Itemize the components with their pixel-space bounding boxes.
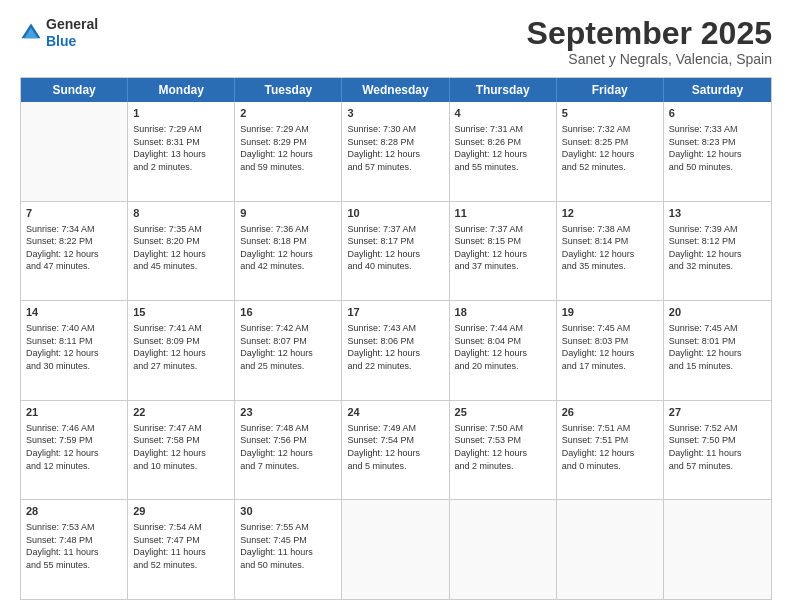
day-cell-5: 5Sunrise: 7:32 AM Sunset: 8:25 PM Daylig… bbox=[557, 102, 664, 201]
day-info: Sunrise: 7:36 AM Sunset: 8:18 PM Dayligh… bbox=[240, 223, 336, 273]
day-info: Sunrise: 7:45 AM Sunset: 8:01 PM Dayligh… bbox=[669, 322, 766, 372]
day-number: 17 bbox=[347, 305, 443, 320]
header-day-thursday: Thursday bbox=[450, 78, 557, 102]
day-number: 27 bbox=[669, 405, 766, 420]
day-number: 12 bbox=[562, 206, 658, 221]
page: General Blue September 2025 Sanet y Negr… bbox=[0, 0, 792, 612]
day-number: 9 bbox=[240, 206, 336, 221]
day-info: Sunrise: 7:42 AM Sunset: 8:07 PM Dayligh… bbox=[240, 322, 336, 372]
day-info: Sunrise: 7:49 AM Sunset: 7:54 PM Dayligh… bbox=[347, 422, 443, 472]
logo-icon bbox=[20, 22, 42, 44]
header-day-saturday: Saturday bbox=[664, 78, 771, 102]
day-number: 7 bbox=[26, 206, 122, 221]
day-cell-15: 15Sunrise: 7:41 AM Sunset: 8:09 PM Dayli… bbox=[128, 301, 235, 400]
day-number: 21 bbox=[26, 405, 122, 420]
day-info: Sunrise: 7:32 AM Sunset: 8:25 PM Dayligh… bbox=[562, 123, 658, 173]
day-cell-18: 18Sunrise: 7:44 AM Sunset: 8:04 PM Dayli… bbox=[450, 301, 557, 400]
day-number: 1 bbox=[133, 106, 229, 121]
week-row-5: 28Sunrise: 7:53 AM Sunset: 7:48 PM Dayli… bbox=[21, 500, 771, 599]
day-cell-16: 16Sunrise: 7:42 AM Sunset: 8:07 PM Dayli… bbox=[235, 301, 342, 400]
day-number: 22 bbox=[133, 405, 229, 420]
day-cell-empty-4-5 bbox=[557, 500, 664, 599]
day-info: Sunrise: 7:38 AM Sunset: 8:14 PM Dayligh… bbox=[562, 223, 658, 273]
day-number: 28 bbox=[26, 504, 122, 519]
day-cell-3: 3Sunrise: 7:30 AM Sunset: 8:28 PM Daylig… bbox=[342, 102, 449, 201]
day-info: Sunrise: 7:40 AM Sunset: 8:11 PM Dayligh… bbox=[26, 322, 122, 372]
day-number: 15 bbox=[133, 305, 229, 320]
day-info: Sunrise: 7:39 AM Sunset: 8:12 PM Dayligh… bbox=[669, 223, 766, 273]
logo-text: General Blue bbox=[46, 16, 98, 50]
header-day-tuesday: Tuesday bbox=[235, 78, 342, 102]
day-number: 5 bbox=[562, 106, 658, 121]
week-row-1: 1Sunrise: 7:29 AM Sunset: 8:31 PM Daylig… bbox=[21, 102, 771, 202]
day-number: 8 bbox=[133, 206, 229, 221]
day-info: Sunrise: 7:45 AM Sunset: 8:03 PM Dayligh… bbox=[562, 322, 658, 372]
header-day-wednesday: Wednesday bbox=[342, 78, 449, 102]
header: General Blue September 2025 Sanet y Negr… bbox=[20, 16, 772, 67]
day-info: Sunrise: 7:30 AM Sunset: 8:28 PM Dayligh… bbox=[347, 123, 443, 173]
day-info: Sunrise: 7:34 AM Sunset: 8:22 PM Dayligh… bbox=[26, 223, 122, 273]
day-cell-4: 4Sunrise: 7:31 AM Sunset: 8:26 PM Daylig… bbox=[450, 102, 557, 201]
day-cell-30: 30Sunrise: 7:55 AM Sunset: 7:45 PM Dayli… bbox=[235, 500, 342, 599]
day-number: 20 bbox=[669, 305, 766, 320]
day-number: 19 bbox=[562, 305, 658, 320]
day-number: 24 bbox=[347, 405, 443, 420]
day-cell-14: 14Sunrise: 7:40 AM Sunset: 8:11 PM Dayli… bbox=[21, 301, 128, 400]
day-cell-24: 24Sunrise: 7:49 AM Sunset: 7:54 PM Dayli… bbox=[342, 401, 449, 500]
day-number: 26 bbox=[562, 405, 658, 420]
day-info: Sunrise: 7:54 AM Sunset: 7:47 PM Dayligh… bbox=[133, 521, 229, 571]
day-cell-28: 28Sunrise: 7:53 AM Sunset: 7:48 PM Dayli… bbox=[21, 500, 128, 599]
day-cell-25: 25Sunrise: 7:50 AM Sunset: 7:53 PM Dayli… bbox=[450, 401, 557, 500]
day-cell-27: 27Sunrise: 7:52 AM Sunset: 7:50 PM Dayli… bbox=[664, 401, 771, 500]
day-number: 2 bbox=[240, 106, 336, 121]
day-cell-22: 22Sunrise: 7:47 AM Sunset: 7:58 PM Dayli… bbox=[128, 401, 235, 500]
day-cell-1: 1Sunrise: 7:29 AM Sunset: 8:31 PM Daylig… bbox=[128, 102, 235, 201]
header-day-sunday: Sunday bbox=[21, 78, 128, 102]
day-info: Sunrise: 7:37 AM Sunset: 8:15 PM Dayligh… bbox=[455, 223, 551, 273]
day-info: Sunrise: 7:48 AM Sunset: 7:56 PM Dayligh… bbox=[240, 422, 336, 472]
day-number: 10 bbox=[347, 206, 443, 221]
day-cell-empty-4-4 bbox=[450, 500, 557, 599]
day-cell-7: 7Sunrise: 7:34 AM Sunset: 8:22 PM Daylig… bbox=[21, 202, 128, 301]
day-info: Sunrise: 7:31 AM Sunset: 8:26 PM Dayligh… bbox=[455, 123, 551, 173]
day-cell-12: 12Sunrise: 7:38 AM Sunset: 8:14 PM Dayli… bbox=[557, 202, 664, 301]
logo: General Blue bbox=[20, 16, 98, 50]
day-cell-6: 6Sunrise: 7:33 AM Sunset: 8:23 PM Daylig… bbox=[664, 102, 771, 201]
calendar-subtitle: Sanet y Negrals, Valencia, Spain bbox=[527, 51, 772, 67]
day-info: Sunrise: 7:35 AM Sunset: 8:20 PM Dayligh… bbox=[133, 223, 229, 273]
day-cell-empty-0-0 bbox=[21, 102, 128, 201]
day-number: 3 bbox=[347, 106, 443, 121]
day-cell-21: 21Sunrise: 7:46 AM Sunset: 7:59 PM Dayli… bbox=[21, 401, 128, 500]
day-info: Sunrise: 7:50 AM Sunset: 7:53 PM Dayligh… bbox=[455, 422, 551, 472]
day-cell-2: 2Sunrise: 7:29 AM Sunset: 8:29 PM Daylig… bbox=[235, 102, 342, 201]
day-cell-26: 26Sunrise: 7:51 AM Sunset: 7:51 PM Dayli… bbox=[557, 401, 664, 500]
day-info: Sunrise: 7:29 AM Sunset: 8:31 PM Dayligh… bbox=[133, 123, 229, 173]
day-info: Sunrise: 7:33 AM Sunset: 8:23 PM Dayligh… bbox=[669, 123, 766, 173]
day-cell-empty-4-3 bbox=[342, 500, 449, 599]
day-info: Sunrise: 7:46 AM Sunset: 7:59 PM Dayligh… bbox=[26, 422, 122, 472]
day-info: Sunrise: 7:29 AM Sunset: 8:29 PM Dayligh… bbox=[240, 123, 336, 173]
day-cell-23: 23Sunrise: 7:48 AM Sunset: 7:56 PM Dayli… bbox=[235, 401, 342, 500]
day-info: Sunrise: 7:41 AM Sunset: 8:09 PM Dayligh… bbox=[133, 322, 229, 372]
day-info: Sunrise: 7:44 AM Sunset: 8:04 PM Dayligh… bbox=[455, 322, 551, 372]
day-cell-10: 10Sunrise: 7:37 AM Sunset: 8:17 PM Dayli… bbox=[342, 202, 449, 301]
week-row-2: 7Sunrise: 7:34 AM Sunset: 8:22 PM Daylig… bbox=[21, 202, 771, 302]
day-number: 11 bbox=[455, 206, 551, 221]
header-day-monday: Monday bbox=[128, 78, 235, 102]
day-info: Sunrise: 7:43 AM Sunset: 8:06 PM Dayligh… bbox=[347, 322, 443, 372]
day-number: 29 bbox=[133, 504, 229, 519]
calendar-header-row: SundayMondayTuesdayWednesdayThursdayFrid… bbox=[21, 78, 771, 102]
day-info: Sunrise: 7:37 AM Sunset: 8:17 PM Dayligh… bbox=[347, 223, 443, 273]
title-block: September 2025 Sanet y Negrals, Valencia… bbox=[527, 16, 772, 67]
week-row-3: 14Sunrise: 7:40 AM Sunset: 8:11 PM Dayli… bbox=[21, 301, 771, 401]
day-number: 13 bbox=[669, 206, 766, 221]
day-info: Sunrise: 7:53 AM Sunset: 7:48 PM Dayligh… bbox=[26, 521, 122, 571]
day-cell-29: 29Sunrise: 7:54 AM Sunset: 7:47 PM Dayli… bbox=[128, 500, 235, 599]
day-number: 14 bbox=[26, 305, 122, 320]
day-info: Sunrise: 7:55 AM Sunset: 7:45 PM Dayligh… bbox=[240, 521, 336, 571]
day-info: Sunrise: 7:51 AM Sunset: 7:51 PM Dayligh… bbox=[562, 422, 658, 472]
day-cell-11: 11Sunrise: 7:37 AM Sunset: 8:15 PM Dayli… bbox=[450, 202, 557, 301]
day-cell-20: 20Sunrise: 7:45 AM Sunset: 8:01 PM Dayli… bbox=[664, 301, 771, 400]
calendar-title: September 2025 bbox=[527, 16, 772, 51]
day-number: 30 bbox=[240, 504, 336, 519]
